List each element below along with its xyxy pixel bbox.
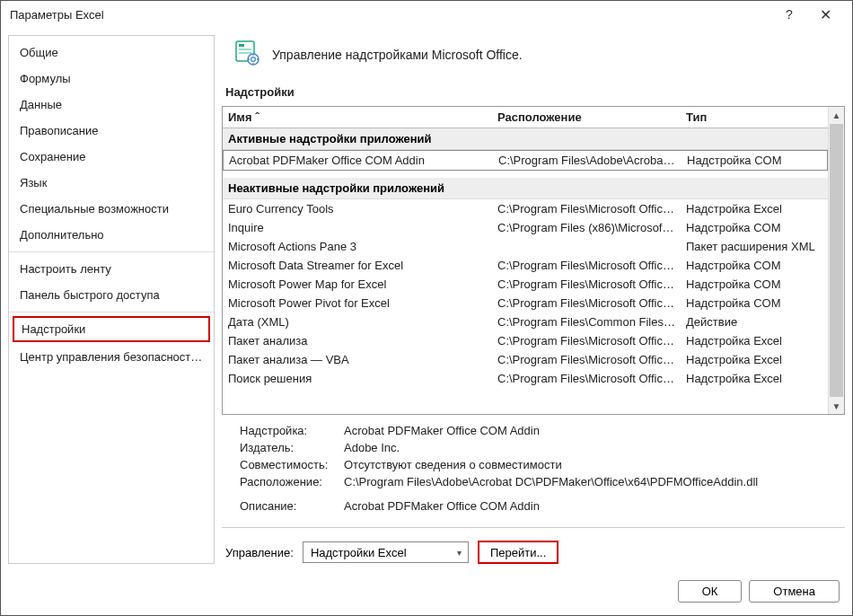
cell-location: C:\Program Files\Adobe\Acrobat DC [493,151,682,170]
detail-value-publisher: Adobe Inc. [344,441,827,454]
sidebar-item-панель-быстрого-доступа[interactable]: Панель быстрого доступа [9,282,214,308]
table-row[interactable]: Дата (XML)C:\Program Files\Common Files\… [223,312,828,331]
excel-options-dialog: Параметры Excel ? ✕ ОбщиеФормулыДанныеПр… [0,0,853,616]
svg-rect-2 [239,48,251,50]
cell-location: C:\Program Files\Microsoft Office\ro [492,294,681,312]
manage-select-value: Надстройки Excel [303,546,452,559]
table-group-header: Активные надстройки приложений [223,128,828,150]
detail-label-description: Описание: [240,499,339,513]
detail-value-description: Acrobat PDFMaker Office COM Addin [344,499,827,513]
cell-location: C:\Program Files (x86)\Microsoft Off [492,218,681,237]
col-header-name[interactable]: Имя ˆ [223,107,492,128]
manage-select[interactable]: Надстройки Excel ▾ [303,541,469,563]
addins-icon [233,39,261,71]
manage-row: Управление: Надстройки Excel ▾ Перейти..… [222,535,845,564]
category-sidebar: ОбщиеФормулыДанныеПравописаниеСохранение… [8,35,215,564]
sidebar-item-надстройки[interactable]: Надстройки [13,316,210,342]
table-row[interactable]: Microsoft Actions Pane 3Пакет расширения… [223,237,828,256]
cell-name: Microsoft Power Pivot for Excel [223,294,492,312]
svg-rect-1 [239,44,244,47]
svg-rect-3 [239,52,251,54]
scroll-down-icon[interactable]: ▼ [829,398,844,414]
cell-type: Надстройка Excel [681,369,828,388]
dialog-footer: ОК Отмена [1,571,852,615]
cell-name: Microsoft Power Map for Excel [223,275,492,294]
help-button[interactable]: ? [771,1,807,28]
table-row[interactable]: Microsoft Data Streamer for ExcelC:\Prog… [223,256,828,275]
sidebar-item-правописание[interactable]: Правописание [9,118,214,144]
detail-label-compat: Совместимость: [240,458,339,471]
col-header-location[interactable]: Расположение [492,107,681,128]
scroll-thumb[interactable] [830,124,843,397]
table-row[interactable]: Microsoft Power Pivot for ExcelC:\Progra… [223,294,828,312]
cell-location [492,237,681,256]
table-header: Имя ˆ Расположение Тип [223,107,828,128]
sidebar-item-специальные-возможности[interactable]: Специальные возможности [9,196,214,222]
titlebar: Параметры Excel ? ✕ [1,1,852,28]
cell-name: Microsoft Data Streamer for Excel [223,256,492,275]
table-row[interactable]: Euro Currency ToolsC:\Program Files\Micr… [223,199,828,218]
cell-name: Euro Currency Tools [223,199,492,218]
table-row[interactable]: Пакет анализа — VBAC:\Program Files\Micr… [223,350,828,369]
detail-value-addin: Acrobat PDFMaker Office COM Addin [344,424,827,437]
cell-location: C:\Program Files\Microsoft Office\ro [492,275,681,294]
cell-name: Inquire [223,218,492,237]
table-scrollbar[interactable]: ▲ ▼ [828,107,844,414]
addins-table: Имя ˆ Расположение Тип Активные надстрой… [222,106,845,415]
close-button[interactable]: ✕ [807,1,843,28]
panel-heading: Управление надстройками Microsoft Office… [272,48,523,62]
cell-location: C:\Program Files\Microsoft Office\ro [492,256,681,275]
cell-name: Acrobat PDFMaker Office COM Addin [224,151,493,170]
cell-type: Надстройка Excel [681,350,828,369]
table-row[interactable]: Поиск решенияC:\Program Files\Microsoft … [223,369,828,388]
cell-type: Надстройка COM [681,218,828,237]
ok-button[interactable]: ОК [678,580,743,603]
cell-location: C:\Program Files\Microsoft Office\ro [492,331,681,350]
cell-location: C:\Program Files\Common Files\Mic [492,312,681,331]
sidebar-item-общие[interactable]: Общие [9,40,214,66]
table-row[interactable]: Microsoft Power Map for ExcelC:\Program … [223,275,828,294]
cell-name: Поиск решения [223,369,492,388]
cancel-button[interactable]: Отмена [749,580,840,603]
cell-name: Дата (XML) [223,312,492,331]
cell-type: Действие [681,312,828,331]
window-title: Параметры Excel [10,8,104,22]
detail-label-publisher: Издатель: [240,441,339,454]
detail-value-compat: Отсутствуют сведения о совместимости [344,458,827,471]
sidebar-item-формулы[interactable]: Формулы [9,66,214,92]
cell-type: Надстройка COM [681,294,828,312]
detail-label-addin: Надстройка: [240,424,339,437]
col-header-type[interactable]: Тип [681,107,828,128]
cell-location: C:\Program Files\Microsoft Office\ro [492,369,681,388]
detail-value-location: C:\Program Files\Adobe\Acrobat DC\PDFMak… [344,475,827,488]
main-panel: Управление надстройками Microsoft Office… [222,35,845,564]
detail-label-location: Расположение: [240,475,339,488]
manage-label: Управление: [225,546,294,559]
go-button[interactable]: Перейти... [478,541,558,564]
cell-location: C:\Program Files\Microsoft Office\ro [492,199,681,218]
sidebar-item-сохранение[interactable]: Сохранение [9,144,214,170]
cell-type: Надстройка Excel [681,199,828,218]
table-row[interactable]: Пакет анализаC:\Program Files\Microsoft … [223,331,828,350]
sidebar-item-язык[interactable]: Язык [9,170,214,196]
addin-details: Надстройка:Acrobat PDFMaker Office COM A… [222,415,845,520]
cell-name: Microsoft Actions Pane 3 [223,237,492,256]
cell-type: Надстройка COM [681,256,828,275]
table-row[interactable]: InquireC:\Program Files (x86)\Microsoft … [223,218,828,237]
chevron-down-icon: ▾ [452,548,468,558]
sidebar-item-дополнительно[interactable]: Дополнительно [9,222,214,248]
scroll-up-icon[interactable]: ▲ [829,107,844,123]
cell-name: Пакет анализа — VBA [223,350,492,369]
cell-type: Пакет расширения XML [681,237,828,256]
cell-type: Надстройка COM [682,151,827,170]
cell-type: Надстройка COM [681,275,828,294]
cell-name: Пакет анализа [223,331,492,350]
sidebar-item-настроить-ленту[interactable]: Настроить ленту [9,256,214,282]
table-row[interactable]: Acrobat PDFMaker Office COM AddinC:\Prog… [223,150,828,171]
table-group-header: Неактивные надстройки приложений [223,178,828,199]
cell-location: C:\Program Files\Microsoft Office\ro [492,350,681,369]
sidebar-item-центр-управления-безопасностью[interactable]: Центр управления безопасностью [9,344,214,370]
sidebar-item-данные[interactable]: Данные [9,92,214,118]
cell-type: Надстройка Excel [681,331,828,350]
section-title: Надстройки [222,85,845,106]
